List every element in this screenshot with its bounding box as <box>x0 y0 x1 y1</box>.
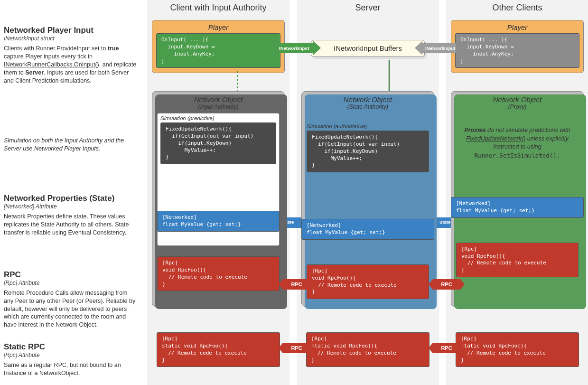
rpc-sub: [Rpc] Attribute <box>4 280 137 286</box>
col-hdr-client: Client with Input Authority <box>147 3 289 13</box>
section-input: Networked Player Input INetworkInput str… <box>4 26 137 85</box>
input-title: Networked Player Input <box>4 26 137 35</box>
player-title: Player <box>156 23 280 31</box>
tag-srpc-2: RPC <box>433 343 460 353</box>
sim-lbl-server: Simulation (authoritative) <box>307 123 429 129</box>
col-hdr-other: Other Clients <box>446 3 588 13</box>
netobj-sub-client: (Input Authority) <box>157 103 280 110</box>
netobj-title-s: Network Object <box>307 95 429 103</box>
fun-code-client: FixedUpdateNetwork(){ if(GetInput(out va… <box>160 122 276 164</box>
srpc-code-client: [Rpc] static void RpcFoo(){ // Remote co… <box>157 332 280 367</box>
rpc-title: RPC <box>4 270 137 280</box>
srpc-title: Static RPC <box>4 342 137 352</box>
section-srpc: Static RPC [Rpc] Attribute Same as a reg… <box>4 342 137 377</box>
srpc-code-other: [Rpc] static void RpcFoo(){ // Remote co… <box>456 332 579 367</box>
oninput-code-other: OnInput( ... ){ input.KeyDown = Input.An… <box>455 33 579 68</box>
sim-box-client: Simulation (predictive) FixedUpdateNetwo… <box>157 113 280 246</box>
networked-code-client: [Networked] float MyValue {get; set;} <box>157 211 280 232</box>
netobj-client: Network Object (Input Authority) Simulat… <box>152 91 285 307</box>
netobj-server: Network Object (State Authority) Simulat… <box>301 91 434 307</box>
props-sub: [Networked] Attribute <box>4 203 137 210</box>
col-hdr-server: Server <box>297 3 439 13</box>
rpc-body: Remote Procedure Calls allow messaging f… <box>4 289 137 329</box>
buffer-box: INetworkInput Buffers <box>311 40 425 57</box>
section-rpc: RPC [Rpc] Attribute Remote Procedure Cal… <box>4 270 137 329</box>
label-state-2: State <box>439 219 450 225</box>
props-body: Network Properties define state. These v… <box>4 213 137 237</box>
oninput-code-client: OnInput( ... ){ input.KeyDown = Input.An… <box>156 33 280 68</box>
label-inet-1: INetworkInput <box>279 46 309 51</box>
sim-lbl-client: Simulation (predictive) <box>160 115 276 121</box>
proxy-note: Proxies do not simulate predictions with… <box>456 113 579 173</box>
networked-code-other: [Networked] float MyValue {get; set;} <box>451 197 584 218</box>
label-inet-2: INetworkInput <box>425 46 455 51</box>
input-body: Clients with Runner.ProvideInput set to … <box>4 45 137 85</box>
netobj-sub-server: (State Authority) <box>307 103 429 110</box>
player-title-other: Player <box>455 23 579 31</box>
srpc-body: Same as a regular RPC, but not bound to … <box>4 361 137 377</box>
networked-code-server: [Networked] float MyValue {get; set;} <box>301 219 434 240</box>
player-box-other: Player OnInput( ... ){ input.KeyDown = I… <box>451 20 584 73</box>
netobj-title: Network Object <box>157 95 280 103</box>
props-title: Networked Properties (State) <box>4 194 137 203</box>
rpc-code-other: [Rpc] void RpcFoo(){ // Remote code to e… <box>456 243 579 277</box>
section-sim: Simulation on both the Input Authority a… <box>4 137 137 153</box>
sim-body: Simulation on both the Input Authority a… <box>4 137 137 153</box>
fun-code-server: FixedUpdateNetwork(){ if(GetInput(out va… <box>307 131 429 172</box>
rpc-code-client: [Rpc] void RpcFoo(){ // Remote code to e… <box>157 256 280 291</box>
tag-rpc-2: RPC <box>433 279 460 290</box>
rpc-code-server: [Rpc] void RpcFoo(){ // Remote code to e… <box>307 264 429 299</box>
srpc-code-server: [Rpc] static void RpcFoo(){ // Remote co… <box>306 332 429 367</box>
input-sub: INetworkInput struct <box>4 35 137 42</box>
section-props: Networked Properties (State) [Networked]… <box>4 194 137 237</box>
netobj-title-o: Network Object <box>456 95 579 103</box>
srpc-sub: [Rpc] Attribute <box>4 352 137 358</box>
netobj-other: Network Object (Proxy) Proxies do not si… <box>451 91 584 307</box>
player-box-client: Player OnInput( ... ){ input.KeyDown = I… <box>152 20 285 73</box>
tag-rpc-1: RPC <box>283 279 310 290</box>
tag-srpc-1: RPC <box>283 343 310 353</box>
netobj-sub-other: (Proxy) <box>456 103 579 110</box>
